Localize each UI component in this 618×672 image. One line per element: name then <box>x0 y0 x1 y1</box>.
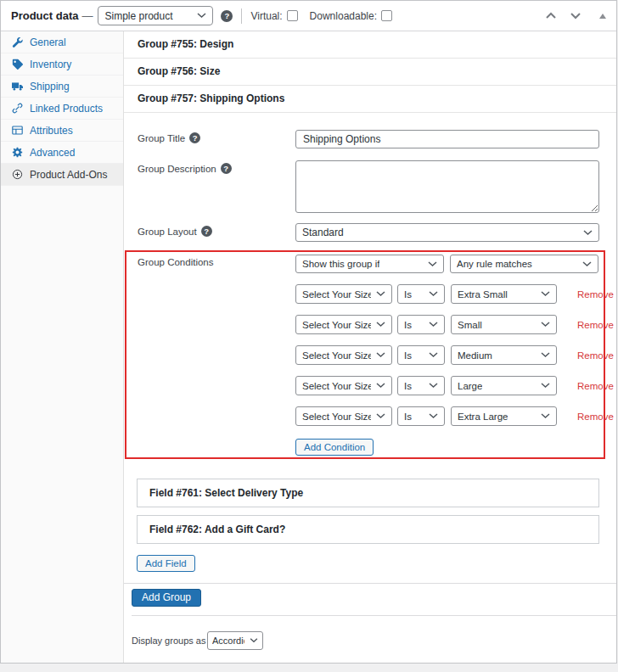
toggle-panel-icon[interactable] <box>599 14 606 19</box>
remove-condition-link[interactable]: Remove <box>577 289 614 300</box>
product-data-metabox: Product data — Simple product ? Virtual:… <box>0 0 617 664</box>
help-icon[interactable]: ? <box>221 163 232 174</box>
virtual-label: Virtual: <box>250 10 282 22</box>
condition-operator-select[interactable]: Is <box>397 406 445 426</box>
conditions-top-row: Show this group if Any rule matches <box>295 255 614 273</box>
group-header-757[interactable]: Group #757: Shipping Options <box>124 86 616 113</box>
help-icon[interactable]: ? <box>189 132 200 143</box>
condition-field-value: Select Your Size [#760] <box>302 381 371 391</box>
tab-label: Shipping <box>30 81 70 92</box>
condition-action-value: Show this group if <box>302 259 379 269</box>
tab-inventory[interactable]: Inventory <box>1 53 123 76</box>
tab-advanced[interactable]: Advanced <box>1 142 123 164</box>
remove-condition-link[interactable]: Remove <box>577 350 614 361</box>
condition-field-select[interactable]: Select Your Size [#760] <box>295 284 392 304</box>
add-group-button[interactable]: Add Group <box>132 589 201 607</box>
tab-label: General <box>30 36 66 48</box>
tab-label: Inventory <box>30 59 71 70</box>
divider <box>241 8 242 24</box>
chevron-down-icon <box>429 322 438 328</box>
product-data-tabs: General Inventory Shipping Linked Produc… <box>1 31 124 663</box>
condition-operator-select[interactable]: Is <box>397 284 445 304</box>
group-title-row: Group Title ? <box>124 130 616 148</box>
condition-operator-value: Is <box>404 289 412 300</box>
add-condition-button[interactable]: Add Condition <box>295 439 374 456</box>
help-icon[interactable]: ? <box>201 226 212 237</box>
condition-match-select[interactable]: Any rule matches <box>450 255 598 273</box>
condition-field-value: Select Your Size [#760] <box>302 350 371 361</box>
divider <box>132 615 616 616</box>
tab-shipping[interactable]: Shipping <box>1 76 123 98</box>
tab-product-add-ons[interactable]: Product Add-Ons <box>1 164 123 186</box>
condition-field-select[interactable]: Select Your Size [#760] <box>295 315 392 334</box>
chevron-down-icon <box>541 291 550 297</box>
condition-operator-select[interactable]: Is <box>397 345 445 365</box>
conditions-editor: Show this group if Any rule matches Sele… <box>295 255 614 456</box>
move-up-icon[interactable] <box>545 12 557 20</box>
condition-match-value: Any rule matches <box>457 259 532 269</box>
condition-value: Medium <box>458 350 492 361</box>
condition-field-select[interactable]: Select Your Size [#760] <box>295 406 392 426</box>
chevron-down-icon <box>197 13 206 19</box>
group-layout-value: Standard <box>302 227 344 238</box>
group-title-input[interactable] <box>295 130 599 148</box>
divider <box>124 583 616 584</box>
condition-action-select[interactable]: Show this group if <box>295 255 444 273</box>
group-header-756[interactable]: Group #756: Size <box>124 59 616 86</box>
chevron-down-icon <box>376 383 385 389</box>
condition-field-value: Select Your Size [#760] <box>302 289 371 300</box>
field-header-761[interactable]: Field #761: Select Delivery Type <box>137 479 599 507</box>
tab-linked-products[interactable]: Linked Products <box>1 98 123 120</box>
group-title-label: Group Title <box>138 133 185 143</box>
condition-value-select[interactable]: Large <box>451 376 557 395</box>
display-groups-label: Display groups as <box>132 636 207 646</box>
condition-field-value: Select Your Size [#760] <box>302 320 371 330</box>
group-layout-row: Group Layout ? Standard <box>124 223 616 242</box>
condition-value-select[interactable]: Extra Small <box>451 284 557 304</box>
product-type-select[interactable]: Simple product <box>98 6 213 25</box>
remove-condition-link[interactable]: Remove <box>577 381 614 391</box>
group-layout-label-wrap: Group Layout ? <box>124 223 295 237</box>
condition-field-select[interactable]: Select Your Size [#760] <box>295 376 392 395</box>
tab-label: Attributes <box>30 125 73 137</box>
chevron-down-icon <box>541 352 550 358</box>
condition-field-select[interactable]: Select Your Size [#760] <box>295 345 392 365</box>
help-icon[interactable]: ? <box>221 10 233 22</box>
tab-attributes[interactable]: Attributes <box>1 120 123 142</box>
move-down-icon[interactable] <box>570 12 581 20</box>
condition-value-select[interactable]: Medium <box>451 345 557 365</box>
field-header-762[interactable]: Field #762: Add a Gift Card? <box>137 515 599 544</box>
condition-value-select[interactable]: Extra Large <box>451 406 557 426</box>
chevron-down-icon <box>376 291 385 297</box>
remove-condition-link[interactable]: Remove <box>577 412 614 422</box>
tab-general[interactable]: General <box>1 31 123 53</box>
condition-operator-select[interactable]: Is <box>397 315 445 334</box>
condition-row: Select Your Size [#760] Is Extra Small <box>295 284 614 304</box>
condition-value-select[interactable]: Small <box>451 315 557 334</box>
condition-value: Small <box>458 320 482 330</box>
metabox-controls <box>545 12 606 20</box>
tab-label: Linked Products <box>30 103 103 115</box>
display-groups-value: Accordion <box>212 636 244 646</box>
group-conditions-label: Group Conditions <box>138 257 214 267</box>
title-dash: — <box>81 9 93 22</box>
condition-operator-value: Is <box>404 412 412 422</box>
downloadable-checkbox[interactable] <box>381 10 392 21</box>
condition-operator-select[interactable]: Is <box>397 376 445 395</box>
virtual-checkbox[interactable] <box>287 10 298 21</box>
condition-row: Select Your Size [#760] Is Medium <box>295 345 614 365</box>
chevron-down-icon <box>583 230 593 236</box>
display-groups-select[interactable]: Accordion <box>207 631 263 650</box>
add-field-button[interactable]: Add Field <box>137 555 195 572</box>
condition-field-value: Select Your Size [#760] <box>302 412 371 422</box>
chevron-down-icon <box>429 291 438 297</box>
condition-value: Large <box>458 381 482 391</box>
metabox-header: Product data — Simple product ? Virtual:… <box>1 1 616 31</box>
group-layout-select[interactable]: Standard <box>295 223 599 242</box>
remove-condition-link[interactable]: Remove <box>577 320 614 330</box>
chevron-down-icon <box>376 352 385 358</box>
chevron-down-icon <box>582 261 592 267</box>
group-description-textarea[interactable] <box>295 160 599 213</box>
group-conditions-row: Group Conditions Show this group if Any … <box>124 255 616 456</box>
group-header-755[interactable]: Group #755: Design <box>124 31 616 59</box>
